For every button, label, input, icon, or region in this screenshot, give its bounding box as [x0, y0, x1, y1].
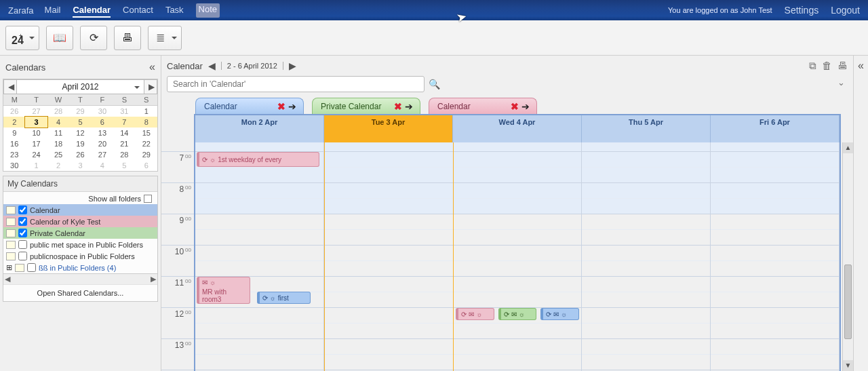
calendar-toggle-checkbox[interactable] [18, 229, 27, 237]
next-range-button[interactable]: ▶ [288, 60, 298, 71]
day-header[interactable]: Mon 2 Apr [195, 115, 324, 142]
tab-calendar[interactable]: Calendar [73, 3, 111, 18]
mini-cal-day[interactable]: 23 [3, 149, 25, 160]
calendar-toggle-checkbox[interactable] [18, 240, 27, 249]
mini-cal-day[interactable]: 6 [92, 117, 113, 128]
mini-cal-day[interactable]: 3 [69, 160, 91, 171]
open-shared-calendars-button[interactable]: Open Shared Calendars... [3, 284, 157, 301]
addressbook-button[interactable]: 📖 [46, 26, 73, 50]
logout-link[interactable]: Logout [831, 5, 860, 16]
mini-cal-day[interactable]: 10 [25, 128, 47, 138]
collapse-sidebar-icon[interactable]: « [149, 61, 155, 73]
calendar-toggle-checkbox[interactable] [18, 252, 27, 260]
calendar-list-item[interactable]: Calendar [3, 204, 157, 216]
tab-mail[interactable]: Mail [45, 3, 61, 18]
print-button[interactable]: 🖶 [114, 26, 141, 50]
calendar-event[interactable]: ✉☼MR with room3 [197, 277, 250, 304]
calendar-toggle-checkbox[interactable] [18, 217, 27, 226]
mini-cal-day[interactable]: 30 [3, 160, 25, 171]
mini-cal-next-button[interactable]: ▶ [144, 79, 157, 94]
calendar-toggle-checkbox[interactable] [18, 206, 27, 214]
day-header[interactable]: Wed 4 Apr [453, 115, 582, 142]
mini-cal-day[interactable]: 18 [47, 138, 69, 149]
mini-cal-day[interactable]: 14 [113, 128, 135, 138]
mini-cal-prev-button[interactable]: ◀ [3, 79, 17, 94]
mini-cal-day[interactable]: 27 [92, 149, 113, 160]
mini-cal-day[interactable]: 3 [25, 117, 47, 128]
mini-cal-day[interactable]: 2 [47, 160, 69, 171]
calendar-event[interactable]: ⟳✉☼ [498, 308, 537, 320]
arrow-right-icon[interactable]: ➔ [405, 101, 413, 112]
settings-link[interactable]: Settings [785, 5, 819, 16]
scroll-up-button[interactable]: ▲ [843, 142, 853, 153]
day-header[interactable]: Tue 3 Apr [324, 115, 453, 142]
mini-cal-day[interactable]: 5 [113, 160, 135, 171]
calendar-toggle-checkbox[interactable] [27, 263, 36, 272]
calendar-list-item[interactable]: ⊞ ßß in Public Folders (4) [3, 262, 157, 273]
day-column[interactable]: ⟳✉☼⟳✉☼⟳✉☼ [454, 142, 583, 371]
collapse-right-panel-icon[interactable]: « [853, 56, 868, 371]
mini-cal-day[interactable]: 12 [69, 128, 91, 138]
arrow-right-icon[interactable]: ➔ [288, 101, 296, 112]
mini-cal-day[interactable]: 11 [47, 128, 69, 138]
mini-cal-day[interactable]: 26 [69, 149, 91, 160]
doc-tab-calendar-blue[interactable]: Calendar ✖➔ [195, 98, 304, 114]
scroll-thumb[interactable] [844, 265, 852, 339]
expand-icon[interactable]: ⊞ [6, 263, 12, 272]
new-appointment-button[interactable]: ＋24 [5, 26, 39, 50]
tab-note[interactable]: Note [196, 3, 220, 18]
arrow-right-icon[interactable]: ➔ [521, 101, 530, 112]
mini-cal-day[interactable]: 24 [25, 149, 47, 160]
mini-cal-day[interactable]: 6 [136, 160, 157, 171]
mini-cal-day[interactable]: 17 [25, 138, 47, 149]
mini-cal-day[interactable]: 28 [113, 149, 135, 160]
mini-cal-title[interactable]: April 2012 [17, 79, 144, 94]
mini-cal-day[interactable]: 29 [136, 149, 157, 160]
print-view-icon[interactable]: 🖶 [837, 60, 848, 72]
calendar-list-item[interactable]: Calendar of Kyle Test [3, 216, 157, 227]
calendar-list-scrollbar[interactable]: ◀▶ [3, 273, 157, 284]
doc-tab-private-calendar[interactable]: Private Calendar ✖➔ [312, 98, 420, 114]
mini-cal-day[interactable]: 7 [113, 117, 135, 128]
calendar-list-item[interactable]: publicnospace in Public Folders [3, 250, 157, 262]
show-all-checkbox[interactable] [144, 195, 152, 203]
day-header[interactable]: Thu 5 Apr [582, 115, 711, 142]
close-icon[interactable]: ✖ [277, 101, 285, 112]
mini-cal-day[interactable]: 31 [113, 106, 135, 117]
mini-cal-day[interactable]: 19 [69, 138, 91, 149]
mini-cal-day[interactable]: 4 [47, 117, 69, 128]
view-mode-button[interactable]: ≣ [148, 26, 182, 50]
mini-cal-day[interactable]: 22 [136, 138, 157, 149]
day-header[interactable]: Fri 6 Apr [711, 115, 840, 142]
calendar-event[interactable]: ⟳☼first [257, 292, 311, 304]
day-column[interactable] [711, 142, 840, 371]
tab-task[interactable]: Task [165, 3, 184, 18]
calendar-event[interactable]: ⟳✉☼ [540, 308, 579, 320]
day-column[interactable] [324, 142, 454, 371]
mini-cal-day[interactable]: 28 [47, 106, 69, 117]
mini-cal-day[interactable]: 8 [136, 117, 157, 128]
mini-cal-day[interactable]: 16 [3, 138, 25, 149]
close-icon[interactable]: ✖ [394, 101, 402, 112]
mini-cal-day[interactable]: 27 [25, 106, 47, 117]
refresh-button[interactable]: ⟳ [80, 26, 107, 50]
calendar-event[interactable]: ⟳✉☼ [456, 308, 494, 320]
tab-contact[interactable]: Contact [123, 3, 153, 18]
day-column[interactable]: ⟳☼1st weekday of every✉☼MR with room3⟳☼f… [195, 142, 324, 371]
calendar-list-item[interactable]: Private Calendar [3, 227, 157, 239]
mini-cal-day[interactable]: 20 [92, 138, 113, 149]
mini-cal-day[interactable]: 30 [92, 106, 113, 117]
calendar-event[interactable]: ⟳☼1st weekday of every [197, 152, 319, 167]
search-input[interactable] [167, 76, 425, 92]
search-options-icon[interactable]: ⌄ [837, 77, 845, 87]
mini-cal-day[interactable]: 26 [3, 106, 25, 117]
mini-cal-day[interactable]: 15 [136, 128, 157, 138]
mini-cal-day[interactable]: 13 [92, 128, 113, 138]
search-icon[interactable]: 🔍 [429, 79, 440, 90]
mini-cal-day[interactable]: 9 [3, 128, 25, 138]
mini-cal-day[interactable]: 21 [113, 138, 135, 149]
day-column[interactable] [582, 142, 711, 371]
grid-scrollbar[interactable]: ▲ ▼ [842, 142, 853, 371]
day-columns[interactable]: ⟳☼1st weekday of every✉☼MR with room3⟳☼f… [194, 142, 841, 371]
mini-cal-day[interactable]: 2 [3, 117, 25, 128]
